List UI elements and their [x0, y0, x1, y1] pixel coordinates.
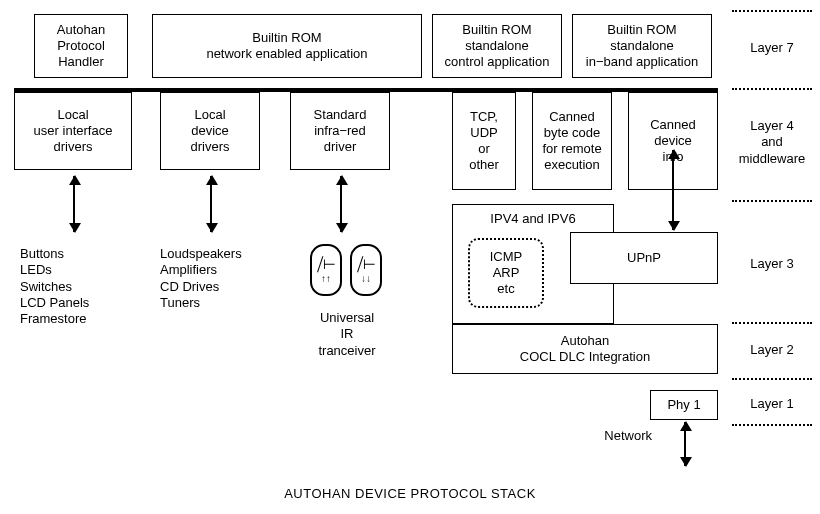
box-control-app: Builtin ROMstandalonecontrol application [432, 14, 562, 78]
box-cocl: AutohanCOCL DLC Integration [452, 324, 718, 374]
list-ui: ButtonsLEDsSwitchesLCD PanelsFramestore [20, 246, 150, 327]
title: AUTOHAN DEVICE PROTOCOL STACK [0, 486, 820, 501]
layer7: Layer 7 [732, 40, 812, 56]
ir-diode-rx: ⧸⊢ ↓↓ [350, 244, 382, 296]
arrow-ui [73, 176, 75, 232]
ir-diode-tx: ⧸⊢ ↑↑ [310, 244, 342, 296]
diagram: AutohanProtocolHandler Builtin ROMnetwor… [0, 0, 820, 514]
up-arrows-icon: ↑↑ [321, 274, 331, 284]
box-bytecode: Cannedbyte codefor remoteexecution [532, 92, 612, 190]
dot-0 [732, 10, 812, 12]
layer1: Layer 1 [732, 396, 812, 412]
box-tcp: TCP,UDPorother [452, 92, 516, 190]
diode-icon: ⧸⊢ [317, 256, 335, 272]
box-inband-app: Builtin ROMstandalonein−band application [572, 14, 712, 78]
box-icmp: ICMPARPetc [468, 238, 544, 308]
dot-1 [732, 88, 812, 90]
layer2: Layer 2 [732, 342, 812, 358]
layer3: Layer 3 [732, 256, 812, 272]
box-network-app: Builtin ROMnetwork enabled application [152, 14, 422, 78]
diode-icon: ⧸⊢ [357, 256, 375, 272]
box-ui-drivers: Localuser interfacedrivers [14, 92, 132, 170]
network-label: Network [592, 428, 652, 444]
box-ir-driver: Standardinfra−reddriver [290, 92, 390, 170]
box-autohan-handler: AutohanProtocolHandler [34, 14, 128, 78]
dot-2 [732, 200, 812, 202]
layer4: Layer 4andmiddleware [732, 118, 812, 167]
arrow-dev [210, 176, 212, 232]
down-arrows-icon: ↓↓ [361, 274, 371, 284]
list-dev: LoudspeakersAmplifiersCD DrivesTuners [160, 246, 290, 311]
box-device-drivers: Localdevicedrivers [160, 92, 260, 170]
dot-3 [732, 322, 812, 324]
arrow-ir [340, 176, 342, 232]
box-upnp: UPnP [570, 232, 718, 284]
dot-4 [732, 378, 812, 380]
dot-5 [732, 424, 812, 426]
box-phy: Phy 1 [650, 390, 718, 420]
arrow-phy-net [684, 422, 686, 466]
arrow-devinfo-upnp [672, 150, 674, 230]
ir-label: UniversalIRtranceiver [302, 310, 392, 359]
